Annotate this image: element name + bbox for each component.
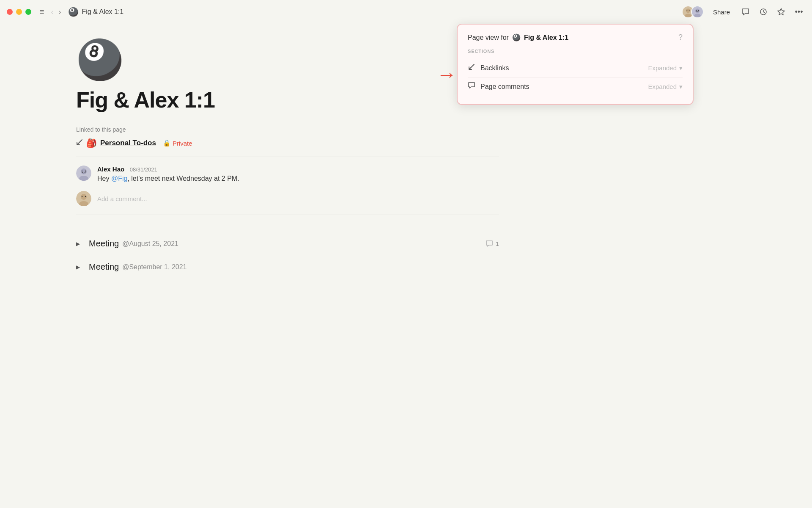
red-arrow-indicator: → xyxy=(436,63,457,86)
history-icon xyxy=(759,8,768,16)
expand-triangle-icon-2: ▶ xyxy=(76,264,83,270)
star-icon xyxy=(777,8,785,16)
svg-point-12 xyxy=(81,168,87,174)
meeting-comment-badge-1: 1 xyxy=(486,240,499,248)
comment-content: Alex Hao 08/31/2021 Hey @Fig, let's meet… xyxy=(97,166,239,182)
popup-page-emoji: 🎱 xyxy=(512,33,521,41)
comment-author-avatar xyxy=(76,166,91,181)
traffic-lights xyxy=(7,9,31,15)
popup-comments-left: Page comments xyxy=(468,82,529,91)
popup-page-name: Fig & Alex 1:1 xyxy=(524,34,568,41)
favorite-icon-button[interactable] xyxy=(775,6,787,18)
comments-chevron-icon: ▾ xyxy=(679,83,683,91)
linked-backlink-icon xyxy=(76,139,83,147)
svg-point-7 xyxy=(694,14,701,18)
svg-point-20 xyxy=(85,196,86,197)
share-button[interactable]: Share xyxy=(709,6,734,18)
maximize-button[interactable] xyxy=(25,9,31,15)
private-label: Private xyxy=(173,140,192,147)
linked-item: 🎒 Personal To-dos 🔒 Private xyxy=(76,138,516,148)
linked-page-name[interactable]: Personal To-dos xyxy=(100,139,156,147)
add-comment-input[interactable]: Add a comment... xyxy=(97,195,499,202)
page-view-popup: Page view for 🎱 Fig & Alex 1:1 ? SECTION… xyxy=(457,24,694,105)
close-button[interactable] xyxy=(7,9,13,15)
alex-avatar-svg xyxy=(692,6,703,18)
svg-point-14 xyxy=(82,171,82,171)
add-comment-row: Add a comment... xyxy=(76,191,499,206)
svg-point-6 xyxy=(695,8,700,13)
linked-section-label: Linked to this page xyxy=(76,126,516,133)
page-title-label: Fig & Alex 1:1 xyxy=(82,8,124,16)
svg-point-17 xyxy=(81,194,87,200)
popup-header-text: Page view for xyxy=(468,34,509,41)
comment-text-suffix: , let's meet next Wednesday at 2 PM. xyxy=(127,175,239,182)
svg-point-8 xyxy=(696,10,697,11)
divider-2 xyxy=(76,215,499,215)
meeting-item-2[interactable]: ▶ Meeting @September 1, 2021 xyxy=(76,255,499,279)
comment-mention: @Fig xyxy=(111,175,127,182)
comment-text-prefix: Hey xyxy=(97,175,111,182)
comment-text: Hey @Fig, let's meet next Wednesday at 2… xyxy=(97,175,239,182)
current-user-avatar xyxy=(76,191,91,206)
nav-arrows: ‹ › xyxy=(49,6,63,18)
page-title: Fig & Alex 1:1 xyxy=(76,87,516,113)
comments-label: Page comments xyxy=(480,83,529,91)
backlinks-status-dropdown[interactable]: Expanded ▾ xyxy=(648,64,683,72)
popup-backlinks-left: Backlinks xyxy=(468,63,509,73)
page-breadcrumb: 🎱 Fig & Alex 1:1 xyxy=(68,7,124,17)
popup-help-button[interactable]: ? xyxy=(678,33,683,42)
back-arrow-button[interactable]: ‹ xyxy=(49,6,55,18)
popup-title: Page view for 🎱 Fig & Alex 1:1 xyxy=(468,33,568,41)
comment-bubble-icon xyxy=(468,82,475,91)
comments-status-text: Expanded xyxy=(648,83,677,90)
linked-page-emoji: 🎒 xyxy=(86,138,97,148)
forward-arrow-button[interactable]: › xyxy=(57,6,63,18)
svg-point-19 xyxy=(82,196,82,197)
titlebar: ≡ ‹ › 🎱 Fig & Alex 1:1 xyxy=(0,0,812,24)
popup-sections-label: SECTIONS xyxy=(468,49,683,54)
comment-date: 08/31/2021 xyxy=(130,166,157,173)
popup-comments-row[interactable]: Page comments Expanded ▾ xyxy=(468,77,683,96)
meeting-name-1: Meeting xyxy=(89,239,119,248)
meeting-comment-count-1: 1 xyxy=(496,240,499,247)
svg-point-3 xyxy=(687,10,688,11)
titlebar-actions: Share ••• xyxy=(682,6,805,18)
popup-header: Page view for 🎱 Fig & Alex 1:1 ? xyxy=(468,33,683,42)
more-options-button[interactable]: ••• xyxy=(793,6,805,18)
minimize-button[interactable] xyxy=(16,9,22,15)
history-icon-button[interactable] xyxy=(757,6,770,18)
svg-point-4 xyxy=(689,10,690,11)
meeting-list: ▶ Meeting @August 25, 2021 1 ▶ Meeting @… xyxy=(76,232,499,279)
svg-point-15 xyxy=(85,171,86,171)
comment-icon xyxy=(741,8,750,16)
popup-backlinks-row[interactable]: Backlinks Expanded ▾ xyxy=(468,59,683,77)
backlinks-chevron-icon: ▾ xyxy=(679,64,683,72)
avatar-group xyxy=(682,6,704,18)
backlinks-label: Backlinks xyxy=(480,64,509,72)
comment-author-name: Alex Hao xyxy=(97,166,124,173)
meeting-date-1: @August 25, 2021 xyxy=(122,240,178,248)
svg-point-1 xyxy=(686,8,690,13)
page-emoji-icon: 🎱 xyxy=(68,7,79,17)
comments-icon-button[interactable] xyxy=(739,6,752,18)
meeting-date-2: @September 1, 2021 xyxy=(122,263,187,271)
meeting-name-2: Meeting xyxy=(89,262,119,272)
meeting-comment-icon-1 xyxy=(486,240,493,248)
svg-point-9 xyxy=(698,10,699,11)
comment-block: Alex Hao 08/31/2021 Hey @Fig, let's meet… xyxy=(76,166,499,182)
ellipsis-icon: ••• xyxy=(795,8,803,17)
lock-icon: 🔒 xyxy=(163,139,171,147)
comment-header: Alex Hao 08/31/2021 xyxy=(97,166,239,173)
hamburger-menu-button[interactable]: ≡ xyxy=(40,8,44,17)
backlinks-status-text: Expanded xyxy=(648,64,677,72)
private-badge: 🔒 Private xyxy=(163,139,192,147)
comments-status-dropdown[interactable]: Expanded ▾ xyxy=(648,83,683,91)
backlink-icon xyxy=(468,63,475,73)
meeting-item-1[interactable]: ▶ Meeting @August 25, 2021 1 xyxy=(76,232,499,255)
svg-point-2 xyxy=(685,14,691,18)
avatar-alex[interactable] xyxy=(691,6,704,18)
expand-triangle-icon-1: ▶ xyxy=(76,241,83,247)
divider-1 xyxy=(76,157,499,157)
